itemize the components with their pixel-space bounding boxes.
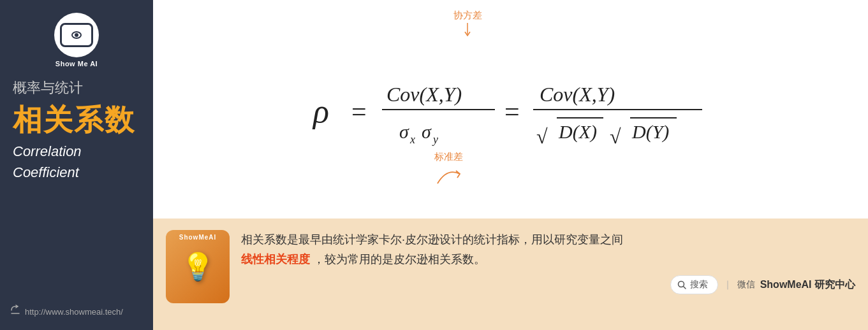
- formula-area: 协方差 ρ = Cov(X,Y) σ x σ y =: [153, 0, 868, 219]
- description-part2: ，较为常用的是皮尔逊相关系数。: [313, 253, 485, 266]
- badge-label: ShowMeAI: [166, 234, 230, 241]
- subtitle-line2: Coefficient: [13, 162, 79, 183]
- lightbulb-badge: ShowMeAI 💡: [166, 230, 230, 303]
- search-icon: [677, 280, 686, 289]
- brand-name: ShowMeAI 研究中心: [760, 278, 855, 292]
- subtitle-line1: Correlation: [13, 141, 82, 162]
- lightbulb-icon: 💡: [181, 251, 214, 282]
- link-icon: [10, 305, 21, 319]
- url-area: http://www.showmeai.tech/: [10, 305, 123, 319]
- logo-inner: [60, 23, 93, 47]
- svg-text:Cov(X,Y): Cov(X,Y): [386, 83, 462, 106]
- search-box[interactable]: 搜索: [670, 275, 718, 294]
- svg-text:σ: σ: [422, 121, 432, 142]
- divider: ｜: [723, 279, 732, 291]
- category-label: 概率与统计: [13, 79, 83, 97]
- svg-text:x: x: [409, 133, 415, 146]
- description-part1: 相关系数是最早由统计学家卡尔·皮尔逊设计的统计指标，用以研究变量之间: [241, 233, 623, 246]
- svg-text:√: √: [610, 125, 621, 148]
- wechat-label: 微信: [737, 279, 755, 291]
- sidebar: Show Me AI 概率与统计 相关系数 Correlation Coeffi…: [0, 0, 153, 330]
- svg-text:=: =: [504, 97, 520, 126]
- svg-text:ρ: ρ: [312, 93, 329, 129]
- svg-text:=: =: [351, 97, 367, 126]
- formula-svg: ρ = Cov(X,Y) σ x σ y = Cov(X,Y) √ D(X): [294, 49, 728, 176]
- bottom-text-area: 相关系数是最早由统计学家卡尔·皮尔逊设计的统计指标，用以研究变量之间 线性相关程…: [241, 230, 855, 294]
- annotation-stddev: 标准差: [434, 151, 466, 187]
- logo-pupil: [75, 33, 78, 37]
- svg-text:√: √: [536, 125, 548, 148]
- search-bar: 搜索 ｜ 微信 ShowMeAI 研究中心: [241, 275, 855, 294]
- svg-text:y: y: [432, 133, 438, 146]
- svg-text:D(Y): D(Y): [631, 121, 669, 143]
- annotation-covariance: 协方差: [453, 10, 482, 37]
- main-content: ShowMeAI 协方差 ρ = Cov(X,Y) σ x σ: [153, 0, 868, 330]
- logo-area: Show Me AI: [54, 13, 99, 68]
- main-title-zh: 相关系数: [13, 104, 135, 136]
- description-text: 相关系数是最早由统计学家卡尔·皮尔逊设计的统计指标，用以研究变量之间 线性相关程…: [241, 230, 855, 269]
- logo-text: Show Me AI: [55, 60, 98, 68]
- svg-line-19: [683, 287, 686, 289]
- svg-text:Cov(X,Y): Cov(X,Y): [540, 83, 615, 106]
- svg-text:σ: σ: [399, 121, 409, 142]
- highlight-text: 线性相关程度: [241, 253, 310, 266]
- url-text[interactable]: http://www.showmeai.tech/: [25, 307, 123, 317]
- bottom-section: ShowMeAI 💡 相关系数是最早由统计学家卡尔·皮尔逊设计的统计指标，用以研…: [153, 219, 868, 330]
- logo-circle: [54, 13, 99, 57]
- search-label: 搜索: [690, 279, 708, 291]
- logo-eye: [71, 31, 82, 39]
- svg-text:D(X): D(X): [558, 121, 597, 143]
